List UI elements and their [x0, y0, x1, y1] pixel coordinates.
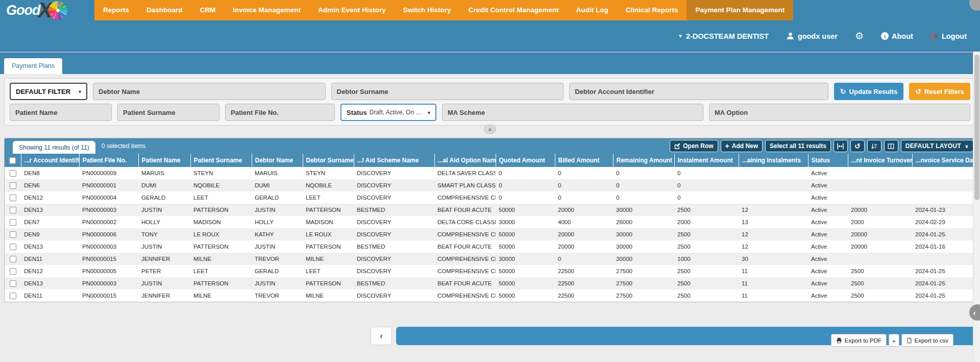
- practice-selector[interactable]: ▼ 2-DOCSTEAM DENTIST: [678, 32, 769, 40]
- sort-button[interactable]: [867, 140, 881, 152]
- row-checkbox-cell[interactable]: [5, 179, 21, 191]
- table-row[interactable]: DEN11PN00000015JENNIFERMILNETREVORMILNED…: [5, 253, 976, 265]
- checkbox[interactable]: [10, 219, 16, 226]
- row-checkbox-cell[interactable]: [5, 240, 21, 253]
- collapse-filters-toggle[interactable]: ∧: [484, 125, 496, 134]
- table-row[interactable]: DEN7PN00000002HOLLYMADISONHOLLYMADISONDI…: [5, 216, 976, 228]
- debtor-name-input[interactable]: [93, 83, 326, 100]
- column-header[interactable]: Billed Amount: [555, 154, 613, 167]
- nav-item-dashboard[interactable]: Dashboard: [138, 0, 191, 20]
- nav-item-reports[interactable]: Reports: [94, 0, 138, 20]
- checkbox[interactable]: [10, 170, 16, 177]
- nav-item-crm[interactable]: CRM: [191, 0, 225, 20]
- table-cell: DEN6: [21, 179, 79, 191]
- column-header[interactable]: ...al Aid Option Name: [434, 154, 496, 167]
- column-header[interactable]: Debtor Name: [252, 154, 303, 167]
- settings-button[interactable]: ⚙: [855, 30, 864, 42]
- table-row[interactable]: DEN11PN00000015JENNIFERMILNETREVORMILNED…: [5, 289, 976, 302]
- logout-button[interactable]: Logout: [930, 32, 967, 40]
- checkbox[interactable]: [9, 157, 16, 164]
- table-cell: 2024-01-25: [912, 277, 976, 289]
- ma-scheme-input[interactable]: [442, 104, 703, 121]
- nav-item-credit-control-management[interactable]: Credit Control Management: [460, 0, 568, 20]
- patient-name-input[interactable]: [10, 104, 112, 121]
- column-header[interactable]: Quoted Amount: [496, 154, 555, 167]
- export-csv-button[interactable]: Export to csv: [901, 334, 953, 347]
- checkbox[interactable]: [10, 195, 16, 201]
- update-results-button[interactable]: ↻ Update Results: [834, 83, 903, 100]
- debtor-surname-input[interactable]: [331, 83, 564, 100]
- reset-filters-button[interactable]: ↺ Reset Filters: [909, 83, 970, 100]
- row-checkbox-cell[interactable]: [5, 228, 21, 240]
- table-row[interactable]: DEN13PN00000003JUSTINPATTERSONJUSTINPATT…: [5, 204, 976, 216]
- column-header[interactable]: Status: [808, 154, 848, 167]
- checkbox[interactable]: [10, 244, 16, 250]
- about-link[interactable]: i About: [881, 32, 913, 40]
- select-all-checkbox[interactable]: [5, 154, 21, 167]
- table-cell: 12: [739, 228, 808, 240]
- caret-down-icon: ▾: [428, 110, 430, 115]
- checkbox[interactable]: [10, 268, 16, 275]
- column-header[interactable]: Patient Surname: [190, 154, 252, 167]
- ma-option-input[interactable]: [709, 104, 970, 121]
- export-options-button[interactable]: ▴: [889, 334, 899, 347]
- patient-surname-input[interactable]: [117, 104, 219, 121]
- table-cell: JUSTIN: [252, 204, 303, 216]
- table-row[interactable]: DEN13PN00000003JUSTINPATTERSONJUSTINPATT…: [5, 277, 976, 289]
- checkbox[interactable]: [10, 293, 16, 299]
- debtor-account-identifier-input[interactable]: [569, 83, 828, 100]
- layout-select[interactable]: DEFAULT LAYOUT ∨: [901, 140, 973, 152]
- column-header[interactable]: ...l Aid Scheme Name: [354, 154, 434, 167]
- goodx-logo[interactable]: Good X: [0, 0, 94, 20]
- checkbox[interactable]: [10, 231, 16, 238]
- column-header[interactable]: ...r Account Identifier: [21, 154, 79, 167]
- column-header[interactable]: ...nt Invoice Turnover: [848, 154, 912, 167]
- patient-file-no-input[interactable]: [225, 104, 335, 121]
- row-checkbox-cell[interactable]: [5, 191, 21, 204]
- user-menu[interactable]: goodx user: [786, 32, 838, 40]
- checkbox[interactable]: [10, 256, 16, 262]
- column-header[interactable]: ...aining Instalments: [739, 154, 808, 167]
- row-checkbox-cell[interactable]: [5, 167, 21, 179]
- column-header[interactable]: Debtor Surname: [303, 154, 354, 167]
- row-checkbox-cell[interactable]: [5, 204, 21, 216]
- row-checkbox-cell[interactable]: [5, 277, 21, 289]
- nav-item-clinical-reports[interactable]: Clinical Reports: [617, 0, 687, 20]
- reset-grid-button[interactable]: ↺: [850, 140, 865, 152]
- row-checkbox-cell[interactable]: [5, 289, 21, 302]
- nav-item-admin-event-history[interactable]: Admin Event History: [309, 0, 395, 20]
- column-header[interactable]: Patient Name: [138, 154, 190, 167]
- nav-item-payment-plan-management[interactable]: Payment Plan Management: [687, 0, 793, 20]
- export-pdf-button[interactable]: Export to PDF: [831, 334, 887, 347]
- scrollbar-thumb[interactable]: [974, 55, 979, 200]
- status-filter-select[interactable]: Status Draft, Active, On Hold ▾: [340, 104, 436, 121]
- column-header[interactable]: Patient File No.: [79, 154, 138, 167]
- nav-item-switch-history[interactable]: Switch History: [395, 0, 460, 20]
- tab-payment-plans[interactable]: Payment Plans: [4, 58, 62, 74]
- fit-columns-button[interactable]: [834, 140, 848, 152]
- table-row[interactable]: DEN8PN00000009MARUISSTEYNMARUISSTEYNDISC…: [5, 167, 976, 179]
- table-row[interactable]: DEN13PN00000003JUSTINPATTERSONJUSTINPATT…: [5, 240, 976, 253]
- nav-item-invoice-management[interactable]: Invoice Management: [224, 0, 309, 20]
- checkbox[interactable]: [10, 280, 16, 287]
- row-checkbox-cell[interactable]: [5, 216, 21, 228]
- saved-filter-select[interactable]: DEFAULT FILTER ▾: [10, 83, 87, 100]
- column-chooser-button[interactable]: [884, 140, 898, 152]
- table-row[interactable]: DEN9PN00000006TONYLE ROUXKATHYLE ROUXDIS…: [5, 228, 976, 240]
- add-new-button[interactable]: + Add New: [721, 140, 763, 152]
- row-checkbox-cell[interactable]: [5, 265, 21, 277]
- table-row[interactable]: DEN12PN00000005PETERLEETGERALDLEETDISCOV…: [5, 265, 976, 277]
- checkbox[interactable]: [10, 182, 16, 189]
- table-row[interactable]: DEN6PN00000001DUMINQOBILEDUMINQOBILEDISC…: [5, 179, 976, 191]
- column-header[interactable]: ...nvoice Service Date: [912, 154, 976, 167]
- row-checkbox-cell[interactable]: [5, 253, 21, 265]
- plus-icon: +: [725, 142, 729, 150]
- checkbox[interactable]: [10, 207, 16, 213]
- prev-page-button[interactable]: ‹: [371, 327, 392, 345]
- open-row-button[interactable]: Open Row: [670, 140, 718, 152]
- table-row[interactable]: DEN12PN00000004GERALDLEETGERALDLEETDISCO…: [5, 191, 976, 204]
- column-header[interactable]: Instalment Amount: [674, 154, 739, 167]
- select-all-button[interactable]: Select all 11 results: [765, 140, 831, 152]
- column-header[interactable]: Remaining Amount: [613, 154, 674, 167]
- nav-item-audit-log[interactable]: Audit Log: [568, 0, 617, 20]
